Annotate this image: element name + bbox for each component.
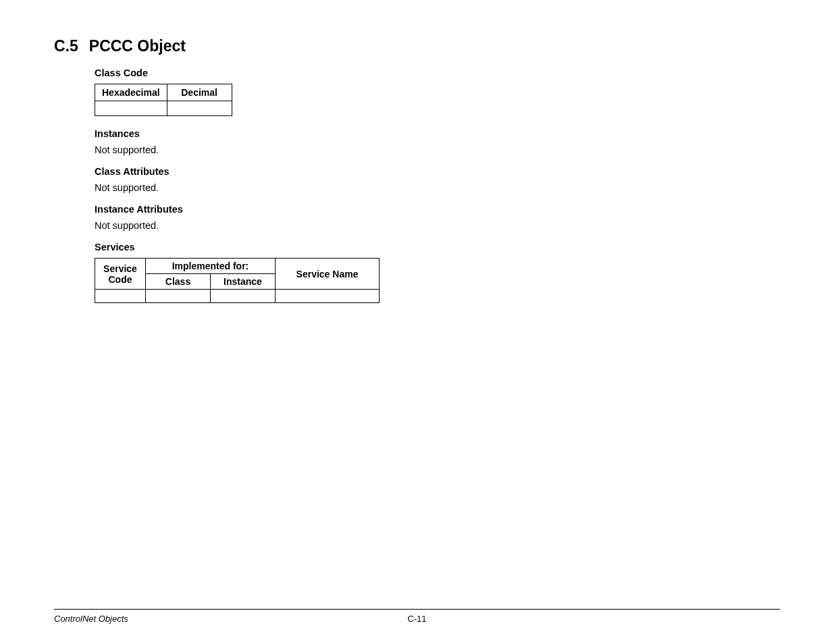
table-header-row: Hexadecimal Decimal <box>95 84 232 101</box>
subsection-services: Services Service Code Implemented for: S… <box>95 242 780 303</box>
section-heading: C.5 PCCC Object <box>54 37 780 55</box>
footer-divider <box>54 609 780 610</box>
instances-text: Not supported. <box>95 144 780 155</box>
page-content: C.5 PCCC Object Class Code Hexadecimal D… <box>0 0 834 303</box>
cell-hex <box>95 101 167 116</box>
section-title: PCCC Object <box>89 37 186 55</box>
class-code-table: Hexadecimal Decimal <box>95 84 232 116</box>
class-attributes-text: Not supported. <box>95 182 780 193</box>
subsection-instance-attributes: Instance Attributes Not supported. <box>95 204 780 231</box>
header-decimal: Decimal <box>167 84 232 101</box>
table-row <box>95 290 380 303</box>
instances-label: Instances <box>95 128 780 139</box>
header-implemented-for: Implemented for: <box>146 259 276 274</box>
header-class: Class <box>146 274 211 290</box>
cell-service-name <box>276 290 380 303</box>
cell-class <box>146 290 211 303</box>
class-code-label: Class Code <box>95 68 780 78</box>
footer-left-text: ControlNet Objects <box>54 614 128 624</box>
services-table: Service Code Implemented for: Service Na… <box>95 258 380 303</box>
table-header-row: Service Code Implemented for: Service Na… <box>95 259 380 274</box>
instance-attributes-label: Instance Attributes <box>95 204 780 215</box>
header-service-code: Service Code <box>95 259 146 290</box>
header-instance: Instance <box>211 274 276 290</box>
cell-service-code <box>95 290 146 303</box>
subsection-class-attributes: Class Attributes Not supported. <box>95 166 780 193</box>
services-label: Services <box>95 242 780 252</box>
page-footer: ControlNet Objects C-11 <box>54 609 780 624</box>
header-service-name: Service Name <box>276 259 380 290</box>
header-hexadecimal: Hexadecimal <box>95 84 167 101</box>
cell-instance <box>211 290 276 303</box>
footer-content: ControlNet Objects C-11 <box>54 614 780 624</box>
section-number: C.5 <box>54 37 78 55</box>
instance-attributes-text: Not supported. <box>95 220 780 231</box>
class-attributes-label: Class Attributes <box>95 166 780 177</box>
table-row <box>95 101 232 116</box>
subsection-instances: Instances Not supported. <box>95 128 780 155</box>
cell-dec <box>167 101 232 116</box>
subsection-class-code: Class Code Hexadecimal Decimal <box>95 68 780 116</box>
footer-page-number: C-11 <box>407 614 426 624</box>
